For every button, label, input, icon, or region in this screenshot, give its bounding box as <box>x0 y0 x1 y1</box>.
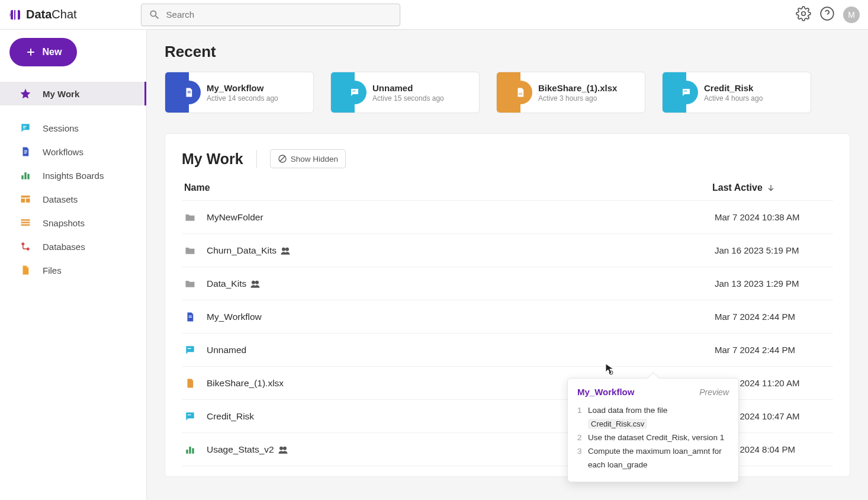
recent-title: Recent <box>165 43 850 61</box>
plus-icon <box>25 46 37 58</box>
gear-icon <box>796 6 811 21</box>
show-hidden-label: Show Hidden <box>291 155 338 164</box>
arrow-down-icon <box>766 183 776 193</box>
svg-rect-17 <box>21 222 30 223</box>
avatar[interactable]: M <box>843 7 860 23</box>
svg-point-30 <box>285 247 289 251</box>
recent-card[interactable]: Credit_Risk Active 4 hours ago <box>662 72 811 113</box>
svg-rect-12 <box>27 174 29 180</box>
main: Recent My_Workflow Active 14 seconds ago… <box>147 30 868 500</box>
table-row[interactable]: My_Workflow Mar 7 2024 2:44 PM <box>182 300 833 334</box>
svg-rect-5 <box>23 126 27 127</box>
svg-point-19 <box>21 242 24 245</box>
bar-chart-icon <box>19 169 32 182</box>
svg-rect-8 <box>24 152 27 152</box>
blocked-icon <box>278 154 287 164</box>
shared-icon <box>250 280 261 288</box>
svg-point-32 <box>255 280 259 284</box>
svg-rect-21 <box>188 91 191 92</box>
sidebar-item-snapshots[interactable]: Snapshots <box>0 211 146 235</box>
popover-step: 3Compute the maximum loan_amnt for each … <box>577 445 729 472</box>
divider <box>256 150 257 168</box>
rows-icon <box>19 216 32 229</box>
help-button[interactable] <box>819 6 835 24</box>
sidebar-item-sessions[interactable]: Sessions <box>0 116 146 140</box>
shared-icon <box>278 445 288 454</box>
connection-icon <box>19 240 32 253</box>
document-icon <box>19 145 32 158</box>
row-last-active: Jan 13 2023 1:29 PM <box>715 278 833 289</box>
document-icon <box>177 81 201 104</box>
star-icon <box>19 87 32 100</box>
svg-rect-10 <box>21 175 23 180</box>
sidebar-item-label: Files <box>43 265 62 275</box>
chat-icon <box>343 81 367 104</box>
shared-icon <box>280 246 291 255</box>
card-title: Credit_Risk <box>704 83 763 93</box>
chat-icon <box>184 411 196 422</box>
sidebar-item-databases[interactable]: Databases <box>0 235 146 258</box>
sidebar-item-label: Workflows <box>43 147 83 157</box>
svg-rect-13 <box>21 195 30 197</box>
row-name: MyNewFolder <box>207 212 263 223</box>
logo[interactable]: DataChat <box>8 8 77 22</box>
new-button[interactable]: New <box>9 38 77 66</box>
row-name: Data_Kits <box>207 278 261 289</box>
chat-icon <box>674 81 698 104</box>
svg-rect-9 <box>24 153 27 153</box>
sidebar-item-datasets[interactable]: Datasets <box>0 187 146 211</box>
card-title: Unnamed <box>372 83 444 93</box>
bar-chart-icon <box>184 444 196 456</box>
card-subtitle: Active 3 hours ago <box>538 94 617 102</box>
settings-button[interactable] <box>796 6 811 24</box>
sidebar-item-my-work[interactable]: My Work <box>0 82 146 105</box>
col-header-name[interactable]: Name <box>184 182 210 193</box>
row-last-active: Mar 7 2024 2:44 PM <box>715 345 833 355</box>
svg-rect-39 <box>192 448 194 453</box>
sidebar-item-label: Insights Boards <box>43 171 104 181</box>
svg-line-27 <box>280 156 285 161</box>
sidebar-item-files[interactable]: Files <box>0 258 146 282</box>
svg-rect-36 <box>188 414 191 415</box>
row-last-active: Mar 7 2024 2:44 PM <box>715 312 833 322</box>
svg-rect-33 <box>189 315 192 316</box>
table-row[interactable]: MyNewFolder Mar 7 2024 10:38 AM <box>182 201 833 234</box>
table-row[interactable]: Data_Kits Jan 13 2023 1:29 PM <box>182 267 833 300</box>
row-name: Unnamed <box>207 345 246 355</box>
row-name: My_Workflow <box>207 312 262 322</box>
popover-preview-label: Preview <box>699 387 729 397</box>
xls-file-icon <box>184 377 196 389</box>
popover-step: 1Load data from the file Credit_Risk.csv <box>577 404 729 431</box>
row-name: Usage_Stats_v2 <box>207 444 288 455</box>
chat-icon <box>184 344 196 356</box>
header: DataChat M <box>0 0 868 30</box>
sidebar-item-insights-boards[interactable]: Insights Boards <box>0 164 146 187</box>
search-input[interactable] <box>141 4 400 26</box>
row-name: BikeShare_(1).xlsx <box>207 378 284 389</box>
svg-rect-38 <box>189 447 191 454</box>
search-icon <box>149 9 160 21</box>
svg-rect-25 <box>684 91 687 91</box>
svg-rect-7 <box>24 150 27 151</box>
svg-rect-34 <box>189 317 192 318</box>
recent-card[interactable]: My_Workflow Active 14 seconds ago <box>165 72 314 113</box>
card-subtitle: Active 4 hours ago <box>704 94 763 102</box>
row-name: Churn_Data_Kits <box>207 245 291 256</box>
panel-title: My Work <box>182 150 243 168</box>
svg-point-40 <box>279 446 283 450</box>
show-hidden-button[interactable]: Show Hidden <box>270 149 346 168</box>
sidebar-item-label: Databases <box>43 242 85 252</box>
search-field[interactable] <box>166 9 393 20</box>
sidebar-item-workflows[interactable]: Workflows <box>0 140 146 164</box>
recent-card[interactable]: Unnamed Active 15 seconds ago <box>330 72 480 113</box>
row-name: Credit_Risk <box>207 411 254 422</box>
svg-rect-15 <box>26 198 30 203</box>
table-row[interactable]: Unnamed Mar 7 2024 2:44 PM <box>182 334 833 367</box>
table-row[interactable]: Churn_Data_Kits Jan 16 2023 5:19 PM <box>182 234 833 267</box>
col-header-last-active[interactable]: Last Active <box>712 182 831 193</box>
card-title: BikeShare_(1).xlsx <box>538 83 617 93</box>
row-last-active: Jan 16 2023 5:19 PM <box>715 245 833 255</box>
svg-rect-18 <box>21 225 30 226</box>
recent-card[interactable]: xls BikeShare_(1).xlsx Active 3 hours ag… <box>496 72 645 113</box>
document-icon <box>184 311 196 323</box>
